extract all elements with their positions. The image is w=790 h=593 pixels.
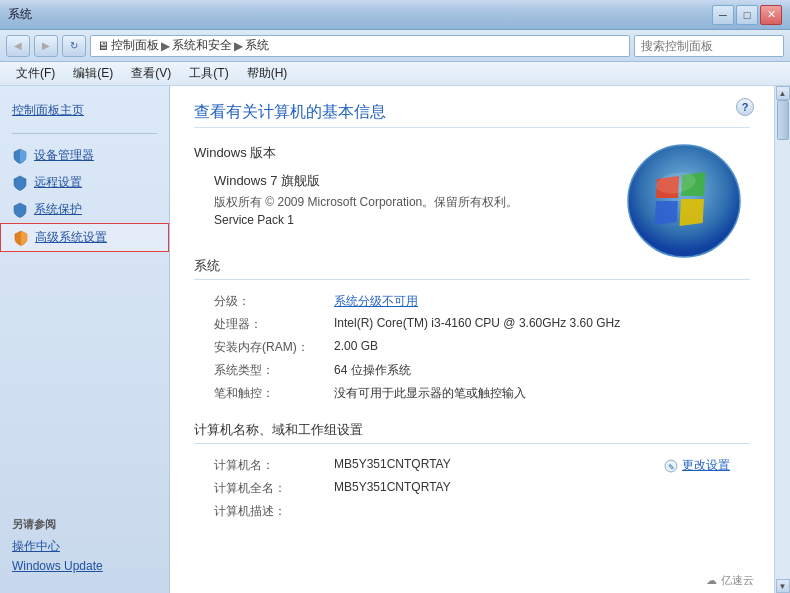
- svg-text:✎: ✎: [668, 462, 675, 471]
- windows-logo-icon: [624, 141, 744, 261]
- info-label-systype: 系统类型：: [214, 362, 334, 379]
- sidebar-item-advanced-label: 高级系统设置: [35, 229, 107, 246]
- info-row-systype: 系统类型： 64 位操作系统: [194, 359, 750, 382]
- back-button[interactable]: ◀: [6, 35, 30, 57]
- sidebar-item-device-manager[interactable]: 设备管理器: [0, 142, 169, 169]
- titlebar-controls: ─ □ ✕: [712, 5, 782, 25]
- info-row-ram: 安装内存(RAM)： 2.00 GB: [194, 336, 750, 359]
- info-value-pen: 没有可用于此显示器的笔或触控输入: [334, 385, 750, 402]
- info-row-rating: 分级： 系统分级不可用: [194, 290, 750, 313]
- search-input[interactable]: [634, 35, 784, 57]
- scrollbar-down-button[interactable]: ▼: [776, 579, 790, 593]
- info-label-processor: 处理器：: [214, 316, 334, 333]
- shield-orange-icon: [13, 230, 29, 246]
- titlebar: 系统 ─ □ ✕: [0, 0, 790, 30]
- sidebar-bottom: 另请参阅 操作中心 Windows Update: [0, 509, 169, 583]
- main-area: 控制面板主页 设备管理器 远程设置 系统保护: [0, 86, 790, 593]
- help-button[interactable]: ?: [736, 98, 754, 116]
- watermark: ☁ 亿速云: [706, 573, 754, 588]
- change-settings-label: 更改设置: [682, 457, 730, 474]
- info-row-computerdesc: 计算机描述：: [194, 500, 750, 523]
- breadcrumb-icon: 🖥: [97, 39, 109, 53]
- menubar: 文件(F) 编辑(E) 查看(V) 工具(T) 帮助(H): [0, 62, 790, 86]
- windows-logo-container: [624, 141, 744, 264]
- system-section: 系统 分级： 系统分级不可用 处理器： Intel(R) Core(TM) i3…: [194, 257, 750, 405]
- close-button[interactable]: ✕: [760, 5, 782, 25]
- sidebar-item-protection-label: 系统保护: [34, 201, 82, 218]
- info-value-systype: 64 位操作系统: [334, 362, 750, 379]
- breadcrumb-part2[interactable]: 系统和安全: [172, 37, 232, 54]
- scrollbar-track: [777, 100, 789, 579]
- shield-blue3-icon: [12, 202, 28, 218]
- sidebar-item-protection[interactable]: 系统保护: [0, 196, 169, 223]
- info-label-computerdesc: 计算机描述：: [214, 503, 334, 520]
- scrollbar-thumb[interactable]: [777, 100, 789, 140]
- breadcrumb-part1[interactable]: 控制面板: [111, 37, 159, 54]
- change-settings-link[interactable]: ✎ 更改设置: [664, 457, 730, 474]
- sidebar-link-action-center[interactable]: 操作中心: [12, 536, 157, 557]
- menu-help[interactable]: 帮助(H): [239, 63, 296, 84]
- shield-blue2-icon: [12, 175, 28, 191]
- forward-button[interactable]: ▶: [34, 35, 58, 57]
- content-title: 查看有关计算机的基本信息: [194, 102, 750, 128]
- info-value-ram: 2.00 GB: [334, 339, 750, 353]
- content-area: ?: [170, 86, 774, 593]
- address-box: 🖥 控制面板 ▶ 系统和安全 ▶ 系统: [90, 35, 630, 57]
- menu-edit[interactable]: 编辑(E): [65, 63, 121, 84]
- watermark-text: 亿速云: [721, 573, 754, 588]
- info-row-computerfullname: 计算机全名： MB5Y351CNTQRTAY: [194, 477, 750, 500]
- minimize-button[interactable]: ─: [712, 5, 734, 25]
- info-row-processor: 处理器： Intel(R) Core(TM) i3-4160 CPU @ 3.6…: [194, 313, 750, 336]
- sidebar-home-link[interactable]: 控制面板主页: [0, 96, 169, 125]
- menu-tools[interactable]: 工具(T): [181, 63, 236, 84]
- scrollbar-up-button[interactable]: ▲: [776, 86, 790, 100]
- sidebar-item-device-manager-label: 设备管理器: [34, 147, 94, 164]
- menu-file[interactable]: 文件(F): [8, 63, 63, 84]
- info-label-computerfullname: 计算机全名：: [214, 480, 334, 497]
- info-label-computername: 计算机名：: [214, 457, 334, 474]
- computer-section: 计算机名称、域和工作组设置 计算机名： MB5Y351CNTQRTAY ✎ 更改…: [194, 421, 750, 523]
- info-label-rating: 分级：: [214, 293, 334, 310]
- sidebar-link-windows-update[interactable]: Windows Update: [12, 557, 157, 575]
- info-row-computername: 计算机名： MB5Y351CNTQRTAY ✎ 更改设置: [194, 454, 750, 477]
- sidebar-divider: [12, 133, 157, 134]
- info-value-rating[interactable]: 系统分级不可用: [334, 293, 750, 310]
- titlebar-title: 系统: [8, 6, 32, 23]
- shield-blue-icon: [12, 148, 28, 164]
- breadcrumb: 🖥 控制面板 ▶ 系统和安全 ▶ 系统: [97, 37, 269, 54]
- watermark-icon: ☁: [706, 574, 717, 587]
- refresh-button[interactable]: ↻: [62, 35, 86, 57]
- maximize-button[interactable]: □: [736, 5, 758, 25]
- breadcrumb-part3[interactable]: 系统: [245, 37, 269, 54]
- scrollbar[interactable]: ▲ ▼: [774, 86, 790, 593]
- menu-view[interactable]: 查看(V): [123, 63, 179, 84]
- addressbar: ◀ ▶ ↻ 🖥 控制面板 ▶ 系统和安全 ▶ 系统: [0, 30, 790, 62]
- info-value-computerfullname: MB5Y351CNTQRTAY: [334, 480, 750, 494]
- sidebar: 控制面板主页 设备管理器 远程设置 系统保护: [0, 86, 170, 593]
- info-label-pen: 笔和触控：: [214, 385, 334, 402]
- sidebar-item-advanced[interactable]: 高级系统设置: [0, 223, 169, 252]
- info-value-processor: Intel(R) Core(TM) i3-4160 CPU @ 3.60GHz …: [334, 316, 750, 330]
- sidebar-item-remote-label: 远程设置: [34, 174, 82, 191]
- sidebar-bottom-title: 另请参阅: [12, 517, 157, 532]
- sidebar-item-remote[interactable]: 远程设置: [0, 169, 169, 196]
- computer-section-title: 计算机名称、域和工作组设置: [194, 421, 750, 444]
- breadcrumb-sep2: ▶: [234, 39, 243, 53]
- pencil-icon: ✎: [664, 459, 678, 473]
- change-settings-container: ✎ 更改设置: [664, 457, 730, 476]
- info-row-pen: 笔和触控： 没有可用于此显示器的笔或触控输入: [194, 382, 750, 405]
- info-label-ram: 安装内存(RAM)：: [214, 339, 334, 356]
- breadcrumb-sep1: ▶: [161, 39, 170, 53]
